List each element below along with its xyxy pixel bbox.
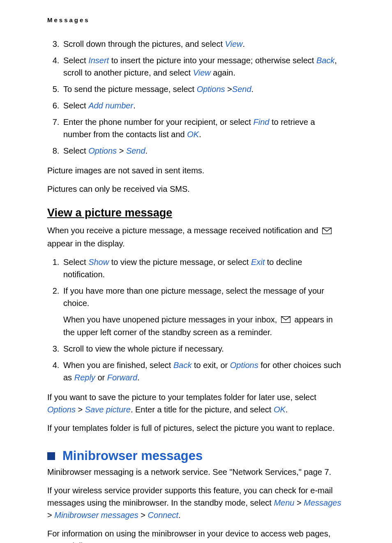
step-6: Select Add number. (62, 99, 345, 112)
step-5: To send the picture message, select Opti… (62, 83, 345, 95)
link-forward: Forward (107, 373, 137, 382)
link-find: Find (253, 117, 269, 127)
link-reply: Reply (74, 373, 95, 382)
header-section-title: Messages (47, 16, 345, 23)
link-send: Send (126, 146, 145, 155)
link-options: Options (197, 85, 225, 94)
step-4: When you are finished, select Back to ex… (62, 359, 345, 384)
paragraph-mini-path: If your wireless service provider suppor… (47, 484, 345, 521)
link-ok: OK (274, 405, 286, 414)
step-8: Select Options > Send. (62, 145, 345, 157)
link-view: View (193, 68, 211, 77)
link-options: Options (230, 361, 258, 370)
sub-paragraph: When you have unopened picture messages … (63, 313, 345, 339)
mail-icon (281, 314, 291, 326)
mail-icon (322, 225, 332, 237)
link-back: Back (316, 56, 334, 65)
link-options: Options (88, 146, 117, 155)
steps-list-1: Scroll down through the pictures, and se… (47, 38, 345, 157)
link-send: Send (232, 85, 251, 94)
link-ok: OK (187, 130, 199, 139)
paragraph: Minibrowser messaging is a network servi… (47, 466, 345, 478)
link-save-picture: Save picture (85, 405, 131, 414)
link-messages: Messages (304, 498, 341, 507)
step-1: Select Show to view the picture message,… (62, 256, 345, 281)
link-view: View (225, 39, 243, 48)
page: Messages Scroll down through the picture… (0, 0, 392, 543)
link-exit: Exit (251, 258, 265, 267)
link-menu: Menu (274, 498, 294, 507)
link-minibrowser-messages: Minibrowser messages (54, 511, 138, 520)
square-bullet-icon (47, 452, 55, 460)
step-4: Select Insert to insert the picture into… (62, 54, 345, 79)
paragraph-view-intro: When you receive a picture message, a me… (47, 224, 345, 250)
heading-view-picture-message: View a picture message (47, 207, 345, 219)
link-back: Back (173, 361, 191, 370)
link-add-number: Add number (88, 101, 133, 110)
paragraph-save-picture: If you want to save the picture to your … (47, 391, 345, 416)
heading-minibrowser-messages: Minibrowser messages (47, 449, 345, 463)
paragraph: Pictures can only be received via SMS. (47, 183, 345, 195)
link-connect: Connect (148, 511, 179, 520)
paragraph: For information on using the minibrowser… (47, 527, 345, 543)
step-3: Scroll down through the pictures, and se… (62, 38, 345, 50)
steps-list-2: Select Show to view the picture message,… (47, 256, 345, 384)
step-7: Enter the phone number for your recipien… (62, 116, 345, 140)
link-insert: Insert (88, 56, 109, 65)
paragraph: Picture images are not saved in sent ite… (47, 164, 345, 177)
step-2: If you have more than one picture messag… (62, 285, 345, 339)
paragraph: If your templates folder is full of pict… (47, 422, 345, 434)
link-show: Show (88, 258, 109, 267)
link-options: Options (47, 405, 76, 414)
step-3: Scroll to view the whole picture if nece… (62, 343, 345, 355)
